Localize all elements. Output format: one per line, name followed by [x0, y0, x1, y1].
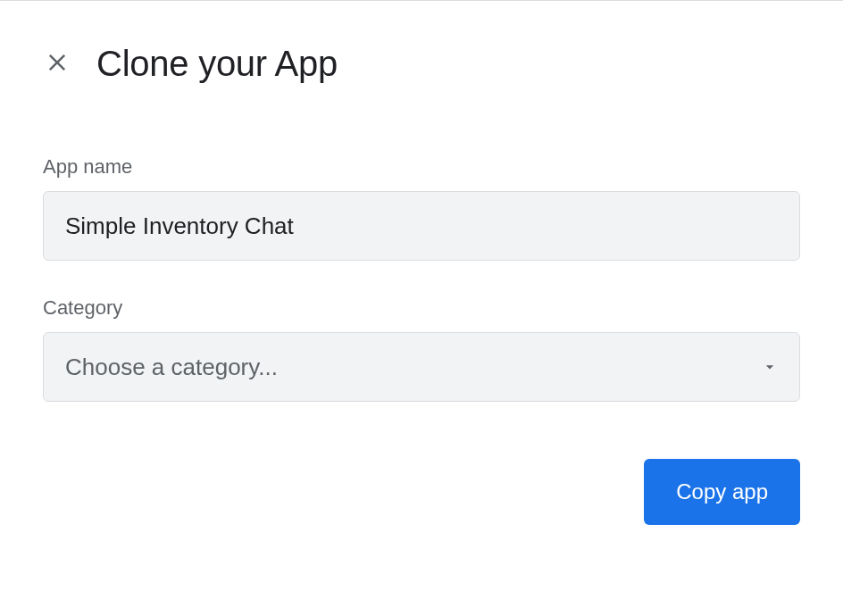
- clone-app-dialog: Clone your App App name Category Choose …: [0, 1, 843, 568]
- dialog-actions: Copy app: [43, 459, 800, 525]
- app-name-label: App name: [43, 155, 800, 179]
- dialog-title: Clone your App: [96, 44, 338, 84]
- copy-app-button[interactable]: Copy app: [644, 459, 800, 525]
- category-select[interactable]: Choose a category...: [43, 332, 800, 402]
- close-icon: [45, 50, 70, 78]
- category-field-group: Category Choose a category...: [43, 296, 800, 402]
- category-select-wrapper: Choose a category...: [43, 332, 800, 402]
- app-name-field-group: App name: [43, 155, 800, 261]
- app-name-input[interactable]: [43, 191, 800, 261]
- close-button[interactable]: [43, 50, 71, 79]
- category-label: Category: [43, 296, 800, 320]
- dialog-header: Clone your App: [43, 44, 800, 84]
